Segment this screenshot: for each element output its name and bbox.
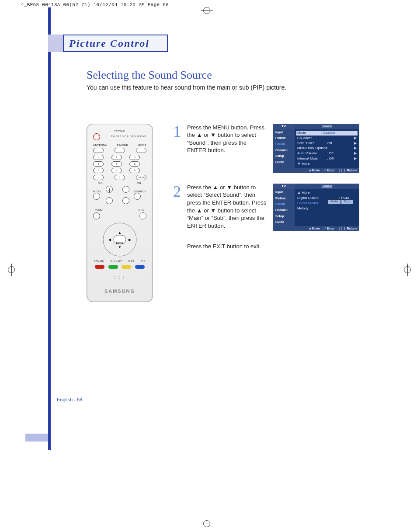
vol-label: VOL: [98, 182, 104, 184]
osd-tv-label: TV: [273, 124, 295, 129]
nav-pad[interactable]: ▲▼◀▶ENTER: [102, 222, 137, 257]
print-slug: 4_BP68-00413A-00(52-71) 10/12/04 10:20 A…: [0, 0, 417, 7]
page-title: Selecting the Sound Source: [87, 70, 400, 81]
osd-row[interactable]: Equalizer▶: [296, 136, 358, 141]
step-number-2: 2: [173, 184, 184, 229]
antenna-button[interactable]: [93, 148, 104, 153]
digit-2-button[interactable]: 2: [111, 155, 122, 160]
osd-option-sub[interactable]: Sub: [341, 200, 353, 204]
osd-menu-guide[interactable]: Guide: [273, 219, 295, 225]
mute-label: MUTE: [93, 190, 101, 193]
osd-footer-1: ◆ Move⏎ Enter❙❙❙ Return: [273, 168, 359, 173]
osd-menu-channel[interactable]: Channel: [273, 207, 295, 213]
svg-text:▲: ▲: [118, 231, 122, 235]
osd-row[interactable]: Internal Mute: Off▶: [296, 156, 358, 162]
osd-row[interactable]: Melody: [296, 206, 358, 211]
ch-label: CH: [137, 182, 141, 184]
osd-screen-1: TVSound InputPictureSoundChannelSetupGui…: [273, 124, 359, 173]
mode-button[interactable]: [136, 148, 146, 153]
osd-menu-sound[interactable]: Sound: [273, 141, 295, 147]
osd-row[interactable]: Mode: Custom▶: [296, 131, 358, 136]
ch-up-button[interactable]: [122, 186, 129, 193]
osd-row[interactable]: ▲ More: [296, 191, 358, 196]
svg-text:▼: ▼: [118, 245, 122, 249]
prech-button[interactable]: PRE-CH: [136, 175, 146, 180]
osd-menu-picture[interactable]: Picture: [273, 195, 295, 202]
digit-5-button[interactable]: 5: [111, 161, 122, 167]
device-row-label: TV STB VCR CABLE DVD: [100, 133, 146, 140]
blue-button[interactable]: [135, 265, 145, 269]
yellow-button[interactable]: [122, 265, 131, 269]
step-text-2: Press the ▲ or ▼ button to select “Selec…: [187, 184, 267, 229]
remote-illustration: POWER TV STB VCR CABLE DVD ANTENNA P.MOD…: [87, 124, 153, 302]
digit-9-button[interactable]: 9: [129, 168, 140, 173]
osd-row[interactable]: ▼ More: [296, 161, 358, 167]
osd-row[interactable]: Auto Volume: Off▶: [296, 151, 358, 156]
lead-text: You can use this feature to hear sound f…: [87, 83, 400, 92]
enter-label: ENTER: [116, 242, 124, 244]
pip-label: PIP: [141, 260, 146, 262]
brand-logo: SAMSUNG: [90, 289, 149, 294]
digit-4-button[interactable]: 4: [93, 161, 104, 167]
osd-title-1: Sound: [295, 124, 359, 129]
osd-screen-2: TVSound InputPictureSoundChannelSetupGui…: [273, 184, 359, 240]
digit-8-button[interactable]: 8: [111, 168, 122, 173]
mode-label: MODE: [138, 144, 146, 146]
power-button[interactable]: [93, 133, 100, 140]
page-footer: English - 68: [57, 397, 400, 450]
digit-0-button[interactable]: 0: [115, 175, 125, 180]
green-button[interactable]: [108, 265, 118, 269]
digit-1-button[interactable]: 1: [93, 155, 104, 160]
step-2-exit: Press the EXIT button to exit.: [187, 243, 267, 250]
svg-text:◀: ◀: [108, 238, 111, 242]
exit-button[interactable]: [139, 212, 146, 219]
step-2: 2 Press the ▲ or ▼ button to select “Sel…: [173, 184, 267, 229]
osd-menu-sound[interactable]: Sound: [273, 201, 295, 207]
step-1: 1 Press the MENU button. Press the ▲ or …: [173, 124, 267, 170]
digit-6-button[interactable]: 6: [129, 161, 140, 167]
side-tab: [25, 434, 48, 442]
svg-text:▶: ▶: [129, 238, 132, 242]
favch-label: FAV.CH: [94, 260, 104, 262]
dots: ○ ○ ○○ ○ ○: [90, 275, 149, 279]
osd-menu-input[interactable]: Input: [273, 189, 295, 195]
osd-tv-label-2: TV: [273, 184, 295, 189]
power-label: POWER: [90, 129, 149, 132]
vol-down-button[interactable]: [106, 197, 113, 204]
chlist-label: CH LIST: [111, 260, 122, 262]
step-number-1: 1: [173, 124, 184, 170]
osd-footer-2: ◆ Move⏎ Enter❙❙❙ Return: [273, 226, 359, 231]
antenna-label: ANTENNA: [93, 144, 107, 146]
osd-menu-setup[interactable]: Setup: [273, 213, 295, 219]
osd-menu-guide[interactable]: Guide: [273, 159, 295, 165]
registration-mark-right: [404, 266, 411, 273]
digit-3-button[interactable]: 3: [129, 155, 140, 160]
digit-7-button[interactable]: 7: [93, 168, 104, 173]
osd-menu-input[interactable]: Input: [273, 129, 295, 136]
osd-menu-setup[interactable]: Setup: [273, 153, 295, 159]
osd-row[interactable]: SRS TSXT: Off▶: [296, 141, 358, 146]
step-text-1: Press the MENU button. Press the ▲ or ▼ …: [187, 124, 267, 170]
mute-button[interactable]: [93, 193, 100, 200]
vol-up-button[interactable]: +: [106, 186, 113, 193]
section-header: Picture Control: [48, 35, 168, 52]
source-label: SOURCE: [134, 190, 146, 193]
dash-button[interactable]: -: [93, 175, 104, 180]
osd-title-2: Sound: [295, 184, 359, 189]
mts-label: MTS: [128, 260, 134, 262]
osd-row[interactable]: Multi-Track Options▶: [296, 146, 358, 151]
section-title: Picture Control: [63, 35, 168, 52]
pmgr-label: P.mgr: [95, 209, 103, 211]
red-button[interactable]: [95, 265, 104, 269]
ch-down-button[interactable]: [122, 197, 129, 204]
menu-button[interactable]: [93, 212, 100, 219]
registration-mark-left: [8, 266, 15, 273]
pmode-button[interactable]: [115, 148, 125, 153]
osd-menu-picture[interactable]: Picture: [273, 135, 295, 141]
info-label: INFO: [138, 209, 145, 211]
source-button[interactable]: [134, 193, 141, 200]
pmode-label: P.MODE: [117, 144, 128, 146]
osd-option-main[interactable]: Main: [328, 200, 341, 204]
osd-menu-channel[interactable]: Channel: [273, 147, 295, 153]
